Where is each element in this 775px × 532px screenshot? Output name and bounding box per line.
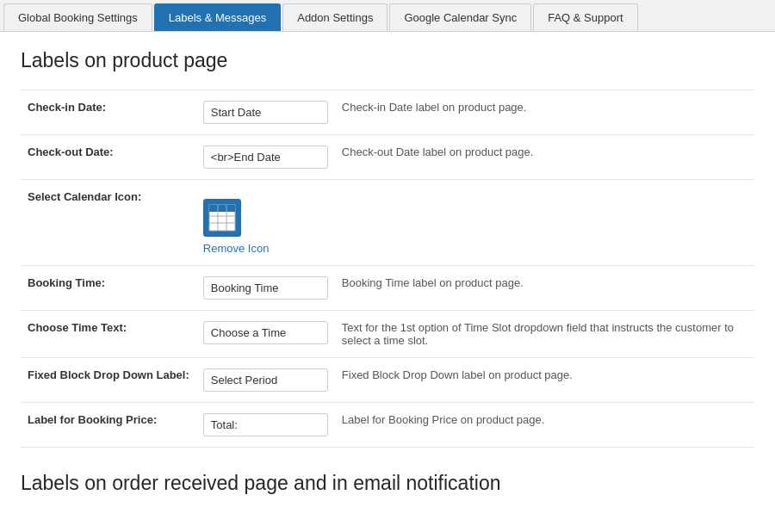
field-label-checkout-date: Check-out Date: (21, 135, 196, 180)
field-input-select-calendar-icon: Remove Icon (196, 180, 335, 266)
field-row-choose-time-text: Choose Time Text: Text for the 1st optio… (21, 311, 754, 358)
field-desc-booking-time: Booking Time label on product page. (335, 266, 754, 311)
field-input-checkout-date[interactable] (203, 145, 328, 169)
tab-labels-messages[interactable]: Labels & Messages (154, 3, 281, 31)
tab-faq-support[interactable]: FAQ & Support (533, 3, 637, 31)
field-label-label-booking-price: Label for Booking Price: (21, 403, 196, 448)
field-desc-choose-time-text: Text for the 1st option of Time Slot dro… (335, 311, 754, 358)
remove-icon-link[interactable]: Remove Icon (203, 242, 270, 255)
main-content: Labels on product page Check-in Date: Ch… (0, 32, 775, 512)
tabs-bar: Global Booking SettingsLabels & Messages… (0, 0, 775, 32)
field-label-checkin-date: Check-in Date: (21, 90, 196, 135)
field-input-cell-choose-time-text (196, 311, 335, 358)
field-input-cell-booking-time (196, 266, 335, 311)
field-input-cell-checkout-date (196, 135, 335, 180)
calendar-svg-icon (208, 204, 236, 232)
field-input-choose-time-text[interactable] (203, 321, 328, 344)
field-input-label-booking-price[interactable] (203, 413, 328, 436)
field-row-select-calendar-icon: Select Calendar Icon: (21, 180, 754, 266)
field-desc-label-booking-price: Label for Booking Price on product page. (335, 403, 754, 448)
field-input-cell-label-booking-price (196, 403, 335, 448)
field-desc-checkout-date: Check-out Date label on product page. (335, 135, 754, 180)
settings-table: Check-in Date: Check-in Date label on pr… (21, 90, 754, 448)
field-label-booking-time: Booking Time: (21, 266, 196, 311)
field-input-cell-fixed-block-dropdown (196, 358, 335, 403)
field-input-cell-checkin-date (196, 90, 335, 135)
field-row-booking-time: Booking Time: Booking Time label on prod… (21, 266, 754, 311)
field-input-booking-time[interactable] (203, 276, 328, 300)
field-row-fixed-block-dropdown: Fixed Block Drop Down Label: Fixed Block… (21, 358, 754, 403)
field-input-fixed-block-dropdown[interactable] (203, 368, 328, 392)
field-desc-select-calendar-icon (335, 180, 754, 266)
field-label-choose-time-text: Choose Time Text: (21, 311, 196, 358)
calendar-icon-container: Remove Icon (203, 190, 328, 255)
tab-global-booking[interactable]: Global Booking Settings (3, 3, 152, 31)
field-label-fixed-block-dropdown: Fixed Block Drop Down Label: (21, 358, 196, 403)
second-section-title: Labels on order received page and in ema… (21, 472, 754, 495)
field-row-checkout-date: Check-out Date: Check-out Date label on … (21, 135, 754, 180)
field-row-checkin-date: Check-in Date: Check-in Date label on pr… (21, 90, 754, 135)
page-title: Labels on product page (21, 49, 754, 72)
tab-addon-settings[interactable]: Addon Settings (282, 3, 388, 31)
calendar-icon-box (203, 199, 241, 237)
svg-rect-1 (209, 205, 235, 212)
field-input-checkin-date[interactable] (203, 101, 328, 124)
field-row-label-booking-price: Label for Booking Price: Label for Booki… (21, 403, 754, 448)
tab-google-calendar[interactable]: Google Calendar Sync (389, 3, 531, 31)
field-desc-fixed-block-dropdown: Fixed Block Drop Down label on product p… (335, 358, 754, 403)
field-label-select-calendar-icon: Select Calendar Icon: (21, 180, 196, 266)
field-desc-checkin-date: Check-in Date label on product page. (335, 90, 754, 135)
